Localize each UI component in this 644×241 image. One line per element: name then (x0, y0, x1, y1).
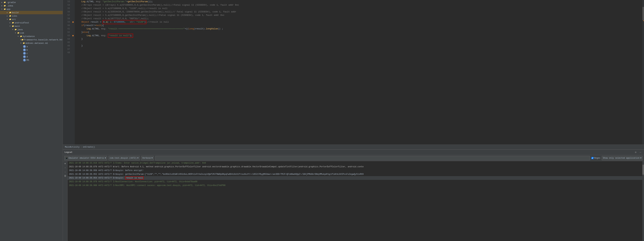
process-dropdown-arrow: ▼ (137, 157, 138, 159)
logcat-filter-bar: 📱 Emulator emulator-5554 Androi ▼ com.te… (63, 155, 644, 161)
java-class-icon: C (23, 45, 26, 48)
sidebar-item-a[interactable]: C a (0, 45, 63, 48)
expand-arrow (10, 22, 12, 24)
sidebar-item-build[interactable]: 📁 build (0, 11, 63, 14)
code-line-68 (76, 51, 641, 54)
code-content[interactable]: Log.d(TAG, msg: "getSecInitParam:"+getSe… (75, 0, 642, 144)
expand-arrow (12, 29, 14, 30)
logcat-clear-button[interactable]: ▼ (63, 162, 67, 166)
sidebar-item-d[interactable]: C d (0, 55, 63, 58)
logcat-scroll-down-button[interactable]: ↓ (63, 170, 67, 174)
line-numbers: 53 54 55 56 57 58 59 60 61 62 63 64 65 6… (63, 0, 71, 144)
sidebar-item-java[interactable]: 📁 java (0, 28, 63, 31)
code-line-60: if(result!=null){ (76, 24, 641, 27)
editor-scrollbar[interactable] (642, 0, 644, 144)
logcat-toolbar-right: ⚙ — (634, 150, 642, 154)
code-line-55: //Object result = h.a(67108866,0,0, "112… (76, 7, 641, 10)
sidebar-item-c[interactable]: C c (0, 52, 63, 55)
log-line: 2021-10-09 14:08:39.952 4472-4472/? D/do… (68, 172, 642, 176)
show-only-selector[interactable]: Show only selected application ▼ (602, 156, 643, 160)
sidebar-item-libs[interactable]: 📁 libs (0, 14, 63, 18)
folder-icon: 📁 (20, 35, 22, 38)
sidebar-item-frameworks[interactable]: 📁 frameworks.baselib.network.htt (0, 38, 63, 42)
folder-icon: 📁 (9, 18, 12, 21)
folder-icon: 📁 (4, 4, 6, 7)
logcat-scroll-up-button[interactable]: ↑ (63, 166, 67, 170)
process-selector[interactable]: com.test.douyin (4472) ▼ (108, 156, 140, 160)
sidebar-item-bytedance[interactable]: 📁 bytedance (0, 35, 63, 38)
sidebar-item-idea[interactable]: 📁 .idea (0, 4, 63, 8)
editor-gutter (71, 0, 75, 144)
expand-arrow (20, 42, 22, 44)
expand-arrow (15, 32, 17, 34)
sidebar-item-b[interactable]: C b (0, 48, 63, 52)
device-dropdown-arrow: ▼ (105, 157, 106, 159)
sidebar-item-com[interactable]: 📁 com (0, 31, 63, 35)
expand-arrow (1, 8, 4, 10)
logcat-scrollbar[interactable] (642, 161, 644, 241)
search-input[interactable] (155, 156, 590, 160)
sidebar-item-app[interactable]: 📁 app (0, 8, 63, 11)
sidebar-item-main[interactable]: 📁 main (0, 24, 63, 28)
sidebar-item-src[interactable]: 📁 src (0, 18, 63, 21)
code-editor: 53 54 55 56 57 58 59 60 61 62 63 64 65 6… (63, 0, 644, 144)
log-level-label: Verbose (142, 157, 151, 159)
settings-button[interactable]: ⚙ (634, 150, 638, 154)
breadcrumb-class: MainActivity (65, 146, 80, 148)
logcat-header: Logcat ⚙ — (63, 150, 644, 155)
folder-icon: 📁 (9, 14, 12, 17)
code-line-61: Log.d(TAG, msg: "result:================… (76, 27, 641, 30)
sidebar-item-androidtest[interactable]: 📁 androidTest (0, 21, 63, 24)
java-class-icon: C (23, 55, 26, 58)
code-line-66: } (76, 44, 641, 48)
regex-checkbox[interactable] (591, 157, 594, 159)
java-class-icon: C (23, 59, 26, 62)
regex-label[interactable]: Regex (591, 157, 600, 159)
log-line-highlighted: 2021-10-09 14:08:39.954 4472-4472/? D/do… (68, 176, 642, 180)
breadcrumb-method: onCreate() (83, 146, 95, 148)
logcat-title: Logcat (64, 151, 72, 154)
breadcrumb-separator: › (80, 146, 82, 148)
code-line-54: //Arrays result = (Arrays) h.a(67108865,… (76, 4, 641, 7)
code-line-56: //Object result = h.a(33554434,0,-150007… (76, 10, 641, 14)
sidebar-item-ms[interactable]: C MS (0, 58, 63, 62)
main-area: 📁 .gradle 📁 .idea 📁 app 📁 build 📁 libs (0, 0, 644, 241)
code-line-64: } (76, 37, 641, 41)
minimize-button[interactable]: — (638, 150, 642, 154)
folder-icon: 📁 (22, 42, 25, 44)
log-line: 2021-10-09 14:08:39.980 4472-4472/? I/Ho… (68, 184, 642, 187)
show-only-dropdown-arrow: ▼ (640, 157, 642, 159)
logcat-left-icons: ▼ ↑ ↓ 🗑 (63, 161, 68, 241)
folder-icon: 📁 (4, 1, 6, 4)
log-line: 2021-10-09 14:08:33.918 4472-4472/? I/It… (68, 161, 642, 165)
java-class-icon: C (23, 52, 26, 55)
expand-arrow (1, 5, 4, 7)
logcat-content[interactable]: 2021-10-09 14:08:33.918 4472-4472/? I/It… (68, 161, 642, 241)
process-label: com.test.douyin (4472) (110, 157, 136, 159)
folder-icon: 📁 (14, 28, 17, 31)
expand-arrow (7, 18, 9, 20)
log-level-dropdown-arrow: ▼ (152, 157, 153, 159)
show-only-label: Show only selected application (603, 157, 640, 159)
log-line: 2021-10-09 14:08:39.870 4472-4472/? W/ar… (68, 165, 642, 169)
code-line-62: }else{ (76, 30, 641, 34)
expand-arrow (10, 25, 12, 27)
expand-arrow (7, 15, 9, 17)
code-line-58: //Object result = h.a(16777217,0,0, "80f… (76, 17, 641, 20)
java-class-icon: C (23, 48, 26, 51)
expand-arrow (7, 12, 9, 14)
folder-icon: 📁 (4, 8, 6, 10)
code-line-65 (76, 41, 641, 44)
logcat-content-area: ▼ ↑ ↓ 🗑 2021-10-09 14:08:33.918 4472-447… (63, 161, 644, 241)
sidebar-item-gradle[interactable]: 📁 .gradle (0, 1, 63, 4)
sidebar-item-mobsec[interactable]: 📁 mobsec.metasec.ml (0, 42, 63, 45)
logcat-delete-button[interactable]: 🗑 (63, 174, 67, 178)
expand-arrow (1, 1, 4, 4)
folder-icon: 📁 (17, 32, 20, 34)
device-selector[interactable]: 📱 Emulator emulator-5554 Androi ▼ (64, 156, 107, 160)
code-line-67 (76, 48, 641, 51)
breadcrumb: MainActivity › onCreate() (63, 144, 644, 149)
log-level-selector[interactable]: Verbose ▼ (141, 156, 154, 160)
device-icon: 📱 (65, 157, 68, 159)
folder-icon: 📁 (22, 38, 24, 41)
